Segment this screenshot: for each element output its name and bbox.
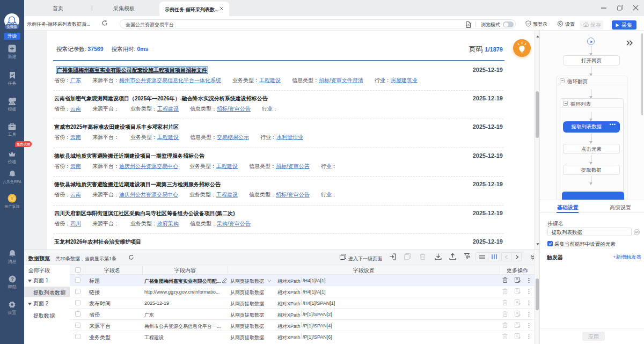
svg-text:?: ? <box>11 276 14 282</box>
